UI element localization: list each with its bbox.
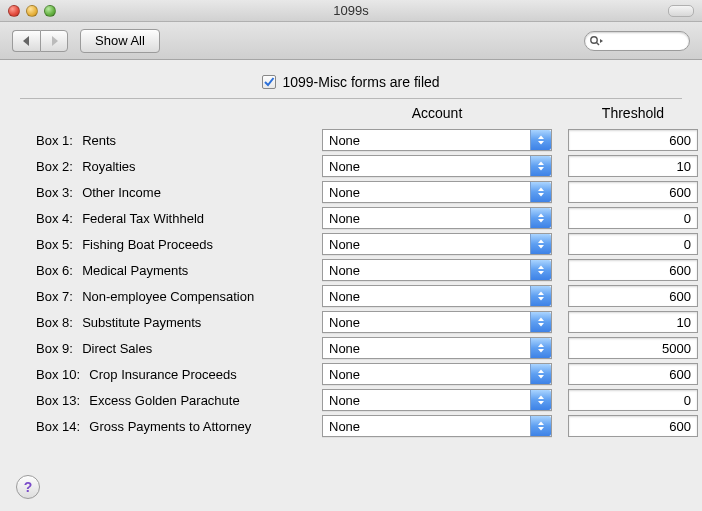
svg-point-0 bbox=[591, 36, 597, 42]
column-header-account: Account bbox=[322, 105, 552, 125]
box-word: Box bbox=[36, 133, 58, 148]
column-header-threshold: Threshold bbox=[568, 105, 698, 125]
close-icon[interactable] bbox=[8, 5, 20, 17]
box-label: Box 6: Medical Payments bbox=[36, 263, 306, 278]
box-colon: : bbox=[69, 237, 73, 252]
account-select-value: None bbox=[329, 185, 360, 200]
threshold-input[interactable] bbox=[568, 311, 698, 333]
box-label: Box 4: Federal Tax Withheld bbox=[36, 211, 306, 226]
threshold-input[interactable] bbox=[568, 181, 698, 203]
show-all-label: Show All bbox=[95, 33, 145, 48]
box-word: Box bbox=[36, 185, 58, 200]
help-button[interactable]: ? bbox=[16, 475, 40, 499]
search-icon bbox=[589, 35, 603, 47]
search-field-wrap bbox=[584, 31, 690, 51]
threshold-input[interactable] bbox=[568, 415, 698, 437]
dropdown-arrows-icon bbox=[530, 130, 551, 150]
box-title: Federal Tax Withheld bbox=[82, 211, 204, 226]
show-all-button[interactable]: Show All bbox=[80, 29, 160, 53]
account-select[interactable]: None bbox=[322, 207, 552, 229]
box-number: 10 bbox=[62, 367, 76, 382]
box-label: Box 1: Rents bbox=[36, 133, 306, 148]
box-title: Medical Payments bbox=[82, 263, 188, 278]
box-label: Box 8: Substitute Payments bbox=[36, 315, 306, 330]
threshold-input[interactable] bbox=[568, 259, 698, 281]
box-title: Other Income bbox=[82, 185, 161, 200]
box-label: Box 5: Fishing Boat Proceeds bbox=[36, 237, 306, 252]
box-label: Box 2: Royalties bbox=[36, 159, 306, 174]
box-title: Non-employee Compensation bbox=[82, 289, 254, 304]
account-select[interactable]: None bbox=[322, 363, 552, 385]
box-word: Box bbox=[36, 263, 58, 278]
account-select[interactable]: None bbox=[322, 285, 552, 307]
account-select-value: None bbox=[329, 341, 360, 356]
box-word: Box bbox=[36, 211, 58, 226]
nav-segmented bbox=[12, 30, 68, 52]
account-select[interactable]: None bbox=[322, 181, 552, 203]
box-colon: : bbox=[77, 419, 81, 434]
account-select[interactable]: None bbox=[322, 337, 552, 359]
content-pane: 1099-Misc forms are filed Account Thresh… bbox=[0, 60, 702, 511]
box-title: Fishing Boat Proceeds bbox=[82, 237, 213, 252]
account-select[interactable]: None bbox=[322, 233, 552, 255]
title-bar: 1099s bbox=[0, 0, 702, 22]
svg-line-1 bbox=[597, 42, 600, 45]
chevron-right-icon bbox=[50, 36, 59, 46]
filed-checkbox[interactable] bbox=[262, 75, 276, 89]
dropdown-arrows-icon bbox=[530, 156, 551, 176]
box-colon: : bbox=[69, 263, 73, 278]
box-label: Box 13: Excess Golden Parachute bbox=[36, 393, 306, 408]
zoom-icon[interactable] bbox=[44, 5, 56, 17]
threshold-input[interactable] bbox=[568, 337, 698, 359]
toolbar: Show All bbox=[0, 22, 702, 60]
box-title: Rents bbox=[82, 133, 116, 148]
chevron-left-icon bbox=[22, 36, 31, 46]
account-select[interactable]: None bbox=[322, 311, 552, 333]
box-title: Crop Insurance Proceeds bbox=[89, 367, 236, 382]
account-select[interactable]: None bbox=[322, 129, 552, 151]
account-select[interactable]: None bbox=[322, 259, 552, 281]
dropdown-arrows-icon bbox=[530, 364, 551, 384]
dropdown-arrows-icon bbox=[530, 416, 551, 436]
account-select[interactable]: None bbox=[322, 415, 552, 437]
box-colon: : bbox=[77, 367, 81, 382]
box-word: Box bbox=[36, 419, 58, 434]
account-select-value: None bbox=[329, 419, 360, 434]
threshold-input[interactable] bbox=[568, 129, 698, 151]
threshold-input[interactable] bbox=[568, 207, 698, 229]
account-select-value: None bbox=[329, 367, 360, 382]
account-select-value: None bbox=[329, 263, 360, 278]
account-select-value: None bbox=[329, 211, 360, 226]
box-label: Box 10: Crop Insurance Proceeds bbox=[36, 367, 306, 382]
dropdown-arrows-icon bbox=[530, 286, 551, 306]
box-word: Box bbox=[36, 367, 58, 382]
account-select-value: None bbox=[329, 159, 360, 174]
back-button[interactable] bbox=[12, 30, 40, 52]
box-number: 13 bbox=[62, 393, 76, 408]
help-icon: ? bbox=[24, 479, 33, 495]
account-select[interactable]: None bbox=[322, 155, 552, 177]
box-colon: : bbox=[69, 185, 73, 200]
threshold-input[interactable] bbox=[568, 155, 698, 177]
traffic-lights bbox=[8, 5, 56, 17]
toolbar-pill-icon[interactable] bbox=[668, 5, 694, 17]
dropdown-arrows-icon bbox=[530, 390, 551, 410]
box-colon: : bbox=[69, 159, 73, 174]
box-word: Box bbox=[36, 315, 58, 330]
account-select-value: None bbox=[329, 315, 360, 330]
divider bbox=[20, 98, 682, 99]
box-title: Excess Golden Parachute bbox=[89, 393, 239, 408]
forward-button[interactable] bbox=[40, 30, 68, 52]
threshold-input[interactable] bbox=[568, 285, 698, 307]
threshold-input[interactable] bbox=[568, 233, 698, 255]
threshold-input[interactable] bbox=[568, 363, 698, 385]
box-word: Box bbox=[36, 159, 58, 174]
headline: 1099-Misc forms are filed bbox=[20, 74, 682, 98]
account-select-value: None bbox=[329, 289, 360, 304]
threshold-input[interactable] bbox=[568, 389, 698, 411]
box-label: Box 7: Non-employee Compensation bbox=[36, 289, 306, 304]
account-select-value: None bbox=[329, 237, 360, 252]
account-select[interactable]: None bbox=[322, 389, 552, 411]
minimize-icon[interactable] bbox=[26, 5, 38, 17]
box-title: Substitute Payments bbox=[82, 315, 201, 330]
